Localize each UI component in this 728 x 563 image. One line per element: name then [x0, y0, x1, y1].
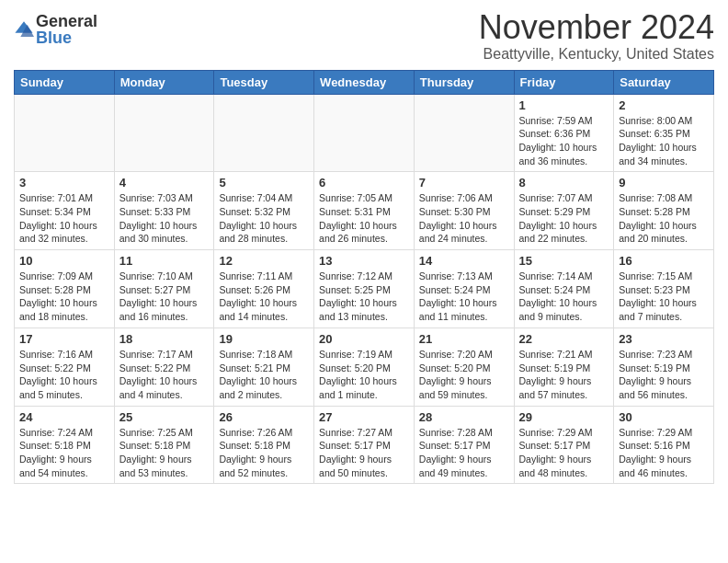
- day-info: Sunrise: 7:16 AM Sunset: 5:22 PM Dayligh…: [19, 348, 109, 402]
- day-info: Sunrise: 7:03 AM Sunset: 5:33 PM Dayligh…: [119, 191, 210, 246]
- calendar-cell: 2Sunrise: 8:00 AM Sunset: 6:35 PM Daylig…: [614, 94, 714, 172]
- day-number: 10: [19, 254, 109, 268]
- calendar-cell: 8Sunrise: 7:07 AM Sunset: 5:29 PM Daylig…: [514, 172, 614, 250]
- col-tuesday: Tuesday: [214, 70, 314, 94]
- day-number: 22: [519, 332, 609, 346]
- calendar-cell: [214, 94, 314, 172]
- day-number: 15: [519, 254, 609, 268]
- day-number: 24: [19, 410, 109, 424]
- calendar-cell: 3Sunrise: 7:01 AM Sunset: 5:34 PM Daylig…: [15, 172, 115, 250]
- calendar-cell: 23Sunrise: 7:23 AM Sunset: 5:19 PM Dayli…: [614, 327, 714, 406]
- col-friday: Friday: [514, 70, 614, 94]
- day-number: 29: [519, 410, 609, 424]
- calendar-cell: 20Sunrise: 7:19 AM Sunset: 5:20 PM Dayli…: [314, 327, 415, 406]
- day-number: 14: [419, 254, 509, 268]
- calendar-cell: 10Sunrise: 7:09 AM Sunset: 5:28 PM Dayli…: [15, 250, 115, 328]
- calendar-cell: [114, 94, 214, 172]
- calendar-cell: 19Sunrise: 7:18 AM Sunset: 5:21 PM Dayli…: [214, 327, 314, 406]
- logo-icon: [14, 19, 34, 40]
- day-info: Sunrise: 7:12 AM Sunset: 5:25 PM Dayligh…: [319, 270, 409, 324]
- day-info: Sunrise: 7:27 AM Sunset: 5:17 PM Dayligh…: [319, 426, 409, 480]
- day-number: 13: [319, 254, 409, 268]
- day-number: 28: [419, 410, 509, 424]
- calendar-cell: 21Sunrise: 7:20 AM Sunset: 5:20 PM Dayli…: [414, 327, 514, 406]
- calendar-page: General Blue November 2024 Beattyville, …: [0, 0, 728, 498]
- day-number: 16: [619, 254, 709, 268]
- week-row-5: 24Sunrise: 7:24 AM Sunset: 5:18 PM Dayli…: [15, 406, 714, 484]
- logo-text: General Blue: [36, 13, 97, 46]
- calendar-cell: 27Sunrise: 7:27 AM Sunset: 5:17 PM Dayli…: [314, 406, 415, 484]
- day-number: 21: [419, 332, 509, 346]
- calendar-cell: 16Sunrise: 7:15 AM Sunset: 5:23 PM Dayli…: [614, 250, 714, 328]
- day-info: Sunrise: 7:29 AM Sunset: 5:17 PM Dayligh…: [519, 426, 609, 480]
- calendar-cell: 12Sunrise: 7:11 AM Sunset: 5:26 PM Dayli…: [214, 250, 314, 328]
- day-info: Sunrise: 7:17 AM Sunset: 5:22 PM Dayligh…: [119, 348, 210, 402]
- day-number: 3: [19, 176, 109, 190]
- day-number: 6: [319, 176, 409, 190]
- calendar-cell: 13Sunrise: 7:12 AM Sunset: 5:25 PM Dayli…: [314, 250, 415, 328]
- day-info: Sunrise: 7:13 AM Sunset: 5:24 PM Dayligh…: [419, 270, 509, 324]
- day-info: Sunrise: 7:15 AM Sunset: 5:23 PM Dayligh…: [619, 270, 709, 324]
- day-info: Sunrise: 7:59 AM Sunset: 6:36 PM Dayligh…: [519, 114, 609, 168]
- logo-area: General Blue: [14, 9, 97, 46]
- day-info: Sunrise: 7:25 AM Sunset: 5:18 PM Dayligh…: [119, 426, 210, 480]
- calendar-cell: 17Sunrise: 7:16 AM Sunset: 5:22 PM Dayli…: [15, 327, 115, 406]
- calendar-cell: [414, 94, 514, 172]
- calendar-cell: 9Sunrise: 7:08 AM Sunset: 5:28 PM Daylig…: [614, 172, 714, 250]
- day-info: Sunrise: 7:07 AM Sunset: 5:29 PM Dayligh…: [519, 191, 609, 246]
- calendar-cell: 1Sunrise: 7:59 AM Sunset: 6:36 PM Daylig…: [514, 94, 614, 172]
- logo-blue: Blue: [36, 29, 97, 46]
- day-number: 1: [519, 98, 609, 112]
- day-info: Sunrise: 7:04 AM Sunset: 5:32 PM Dayligh…: [219, 191, 309, 246]
- week-row-2: 3Sunrise: 7:01 AM Sunset: 5:34 PM Daylig…: [15, 172, 714, 250]
- calendar-cell: 29Sunrise: 7:29 AM Sunset: 5:17 PM Dayli…: [514, 406, 614, 484]
- calendar-cell: 25Sunrise: 7:25 AM Sunset: 5:18 PM Dayli…: [114, 406, 214, 484]
- day-info: Sunrise: 7:24 AM Sunset: 5:18 PM Dayligh…: [19, 426, 109, 480]
- col-wednesday: Wednesday: [314, 70, 415, 94]
- day-info: Sunrise: 7:14 AM Sunset: 5:24 PM Dayligh…: [519, 270, 609, 324]
- calendar-cell: 6Sunrise: 7:05 AM Sunset: 5:31 PM Daylig…: [314, 172, 415, 250]
- day-info: Sunrise: 7:23 AM Sunset: 5:19 PM Dayligh…: [619, 348, 709, 402]
- day-info: Sunrise: 7:08 AM Sunset: 5:28 PM Dayligh…: [619, 191, 709, 246]
- day-info: Sunrise: 7:20 AM Sunset: 5:20 PM Dayligh…: [419, 348, 509, 402]
- calendar-cell: 11Sunrise: 7:10 AM Sunset: 5:27 PM Dayli…: [114, 250, 214, 328]
- day-number: 8: [519, 176, 609, 190]
- calendar-cell: [15, 94, 115, 172]
- col-saturday: Saturday: [614, 70, 714, 94]
- day-number: 30: [619, 410, 709, 424]
- calendar-cell: 24Sunrise: 7:24 AM Sunset: 5:18 PM Dayli…: [15, 406, 115, 484]
- day-number: 23: [619, 332, 709, 346]
- calendar-cell: 30Sunrise: 7:29 AM Sunset: 5:16 PM Dayli…: [614, 406, 714, 484]
- location: Beattyville, Kentucky, United States: [479, 46, 714, 63]
- day-info: Sunrise: 7:11 AM Sunset: 5:26 PM Dayligh…: [219, 270, 309, 324]
- day-number: 4: [119, 176, 210, 190]
- col-monday: Monday: [114, 70, 214, 94]
- week-row-4: 17Sunrise: 7:16 AM Sunset: 5:22 PM Dayli…: [15, 327, 714, 406]
- header: General Blue November 2024 Beattyville, …: [14, 9, 714, 63]
- day-number: 18: [119, 332, 210, 346]
- day-info: Sunrise: 8:00 AM Sunset: 6:35 PM Dayligh…: [619, 114, 709, 168]
- day-info: Sunrise: 7:05 AM Sunset: 5:31 PM Dayligh…: [319, 191, 409, 246]
- calendar-cell: 14Sunrise: 7:13 AM Sunset: 5:24 PM Dayli…: [414, 250, 514, 328]
- week-row-3: 10Sunrise: 7:09 AM Sunset: 5:28 PM Dayli…: [15, 250, 714, 328]
- day-number: 9: [619, 176, 709, 190]
- col-sunday: Sunday: [15, 70, 115, 94]
- calendar-cell: 22Sunrise: 7:21 AM Sunset: 5:19 PM Dayli…: [514, 327, 614, 406]
- day-number: 12: [219, 254, 309, 268]
- day-number: 7: [419, 176, 509, 190]
- day-info: Sunrise: 7:29 AM Sunset: 5:16 PM Dayligh…: [619, 426, 709, 480]
- day-number: 27: [319, 410, 409, 424]
- day-number: 2: [619, 98, 709, 112]
- title-area: November 2024 Beattyville, Kentucky, Uni…: [479, 9, 714, 63]
- day-info: Sunrise: 7:28 AM Sunset: 5:17 PM Dayligh…: [419, 426, 509, 480]
- col-thursday: Thursday: [414, 70, 514, 94]
- day-info: Sunrise: 7:26 AM Sunset: 5:18 PM Dayligh…: [219, 426, 309, 480]
- calendar-cell: 4Sunrise: 7:03 AM Sunset: 5:33 PM Daylig…: [114, 172, 214, 250]
- calendar-cell: [314, 94, 415, 172]
- logo-general: General: [36, 13, 97, 29]
- day-info: Sunrise: 7:10 AM Sunset: 5:27 PM Dayligh…: [119, 270, 210, 324]
- day-info: Sunrise: 7:09 AM Sunset: 5:28 PM Dayligh…: [19, 270, 109, 324]
- day-number: 11: [119, 254, 210, 268]
- week-row-1: 1Sunrise: 7:59 AM Sunset: 6:36 PM Daylig…: [15, 94, 714, 172]
- day-number: 25: [119, 410, 210, 424]
